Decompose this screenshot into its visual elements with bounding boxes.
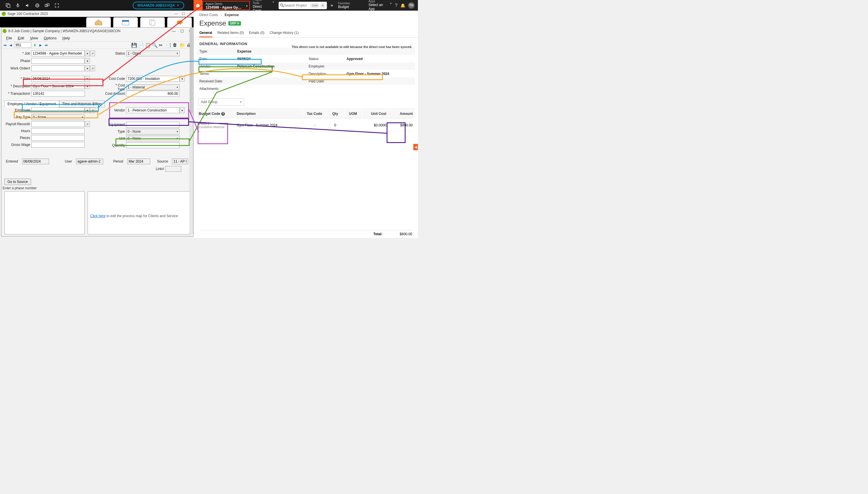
star-icon[interactable]: ★ xyxy=(330,3,333,7)
menu-help[interactable]: Help xyxy=(62,36,70,40)
tab-general[interactable]: General xyxy=(199,29,212,37)
status-combo[interactable]: 1 - Open▾ xyxy=(126,51,179,56)
project-selector[interactable]: Agave Demo 1234598 - Agave Gym Remo... ▾ xyxy=(202,1,250,10)
new-icon[interactable]: 📄 xyxy=(138,42,143,48)
menu-file[interactable]: File xyxy=(6,36,12,40)
ribbon-calendar-button[interactable] xyxy=(113,17,138,27)
search-box[interactable]: Cmd K xyxy=(278,2,327,9)
dropdown-icon[interactable]: ▾ xyxy=(85,51,90,56)
mic-icon[interactable] xyxy=(16,3,20,8)
table-row[interactable]: 7-200.1Insulation.Material Gym Floor - S… xyxy=(197,119,414,132)
ctype-combo[interactable]: 1 - Material▾ xyxy=(126,84,179,90)
save-icon[interactable]: 💾 xyxy=(131,42,136,48)
menu-view[interactable]: View xyxy=(30,36,38,40)
col-ucost[interactable]: Unit Cost xyxy=(362,110,388,118)
paste-icon[interactable]: 📑 xyxy=(166,42,171,48)
add-group-dropdown[interactable]: Add Group▾ xyxy=(198,98,244,106)
go-to-source-button[interactable]: Go to Source xyxy=(4,179,31,185)
dropdown-icon[interactable]: ▾ xyxy=(179,76,185,81)
dropdown-icon[interactable]: ▾ xyxy=(179,108,185,113)
help-icon[interactable]: ? xyxy=(395,3,398,8)
ccode-input[interactable] xyxy=(126,76,179,81)
lookup-icon[interactable]: ↗ xyxy=(90,108,95,113)
bell-icon[interactable]: 🔔 xyxy=(400,3,405,8)
favorites-selector[interactable]: Favorites Budget xyxy=(335,1,361,10)
tab-related[interactable]: Related Items (0) xyxy=(217,29,244,37)
first-record-icon[interactable]: ⏮ xyxy=(3,43,7,48)
menu-edit[interactable]: Edit xyxy=(18,36,24,40)
tab-tm-billing[interactable]: Time and Materials Billing xyxy=(59,100,105,108)
trans-input[interactable] xyxy=(31,91,85,96)
folder-icon[interactable]: 📁 xyxy=(179,42,185,48)
crumb-direct-costs[interactable]: Direct Costs xyxy=(199,13,218,17)
col-uom[interactable]: UOM xyxy=(344,110,362,118)
dropdown-icon[interactable]: ▾ xyxy=(85,58,90,64)
last-record-icon[interactable]: ⏭ xyxy=(44,43,49,48)
volume-icon[interactable] xyxy=(25,3,30,8)
gw-input[interactable] xyxy=(31,142,85,148)
globe-icon[interactable] xyxy=(35,3,40,8)
phase-input[interactable] xyxy=(31,58,85,64)
hours-input[interactable] xyxy=(31,128,85,134)
host-dropdown[interactable]: WSAMZN-J0BS1VQA ▼ xyxy=(133,2,184,9)
pay-combo[interactable]: 0 - None▾ xyxy=(31,114,85,120)
dropdown-icon[interactable]: ▾ xyxy=(85,108,90,113)
scrollbar-thumb[interactable] xyxy=(190,27,193,114)
multiwindow-icon[interactable] xyxy=(45,3,50,8)
window-titlebar[interactable]: 6-3 Job Costs | Sample Company | WSAMZN-… xyxy=(1,27,193,35)
col-qty[interactable]: Qty xyxy=(327,110,344,118)
menu-options[interactable]: Options xyxy=(44,36,57,40)
equip-input[interactable] xyxy=(126,122,179,128)
prrec-input[interactable] xyxy=(31,121,85,127)
window-icon[interactable] xyxy=(6,3,10,8)
lookup-icon[interactable]: ↗ xyxy=(90,65,95,71)
tab-emp-vendor[interactable]: Employee / Vendor / Equipment xyxy=(4,100,59,108)
record-input[interactable] xyxy=(14,42,31,48)
prev-record-icon[interactable]: ◀ xyxy=(8,43,13,48)
camt-input[interactable] xyxy=(126,91,179,96)
job-input[interactable] xyxy=(31,51,85,56)
dropdown-icon[interactable]: ▾ xyxy=(85,65,90,71)
pieces-input[interactable] xyxy=(31,135,85,141)
close-icon[interactable]: ✕ xyxy=(189,12,192,16)
vendor-input[interactable] xyxy=(126,108,179,113)
dropdown-icon[interactable]: ▾ xyxy=(85,76,90,81)
qty-input[interactable] xyxy=(126,142,179,148)
col-desc[interactable]: Description xyxy=(235,110,303,118)
home-button[interactable] xyxy=(194,0,202,11)
apps-selector[interactable]: Apps Select an App ▾ xyxy=(366,0,392,12)
delete-icon[interactable]: 🗑 xyxy=(173,42,178,48)
lookup-icon[interactable]: ↗ xyxy=(85,121,90,127)
side-handle[interactable]: ◀ xyxy=(413,144,418,150)
tab-emails[interactable]: Emails (0) xyxy=(249,29,265,37)
col-tax[interactable]: Tax Code xyxy=(303,110,326,118)
tab-changes[interactable]: Change History (1) xyxy=(270,29,299,37)
user-avatar[interactable]: TU xyxy=(408,2,414,8)
etype-combo[interactable]: 0 - None▾ xyxy=(126,129,179,134)
col-amt[interactable]: Amount xyxy=(389,110,414,118)
click-here-link[interactable]: Click here xyxy=(90,214,105,218)
fullscreen-icon[interactable] xyxy=(55,3,59,8)
ribbon-next-button[interactable] xyxy=(167,17,192,27)
col-budget[interactable]: Budget Code ? xyxy=(197,110,234,118)
copy-icon[interactable]: 📋 xyxy=(145,42,150,48)
unit-combo[interactable]: 0 - None▾ xyxy=(126,136,179,141)
scrollbar-vertical[interactable] xyxy=(190,27,193,234)
wo-input[interactable] xyxy=(31,65,85,71)
search-icon[interactable]: 🔍 xyxy=(152,42,157,48)
date-input[interactable] xyxy=(31,76,85,81)
lookup-icon[interactable]: ↗ xyxy=(90,51,95,56)
next-record-icon[interactable]: ▶ xyxy=(38,43,43,48)
maximize-icon[interactable]: ☐ xyxy=(180,29,184,33)
maximize-icon[interactable]: ☐ xyxy=(182,12,185,16)
minimize-icon[interactable]: — xyxy=(174,12,178,16)
down-arrow-icon[interactable]: ⬇ xyxy=(33,43,37,48)
dropdown-icon[interactable]: ▾ xyxy=(85,83,90,89)
minimize-icon[interactable]: — xyxy=(172,29,176,33)
cut-icon[interactable]: ✂ xyxy=(159,42,164,48)
ribbon-home-button[interactable] xyxy=(86,17,111,27)
search-input[interactable] xyxy=(284,3,309,7)
desc-input[interactable] xyxy=(31,83,85,89)
emp-input[interactable] xyxy=(31,108,85,113)
ribbon-docs-button[interactable] xyxy=(140,17,165,27)
